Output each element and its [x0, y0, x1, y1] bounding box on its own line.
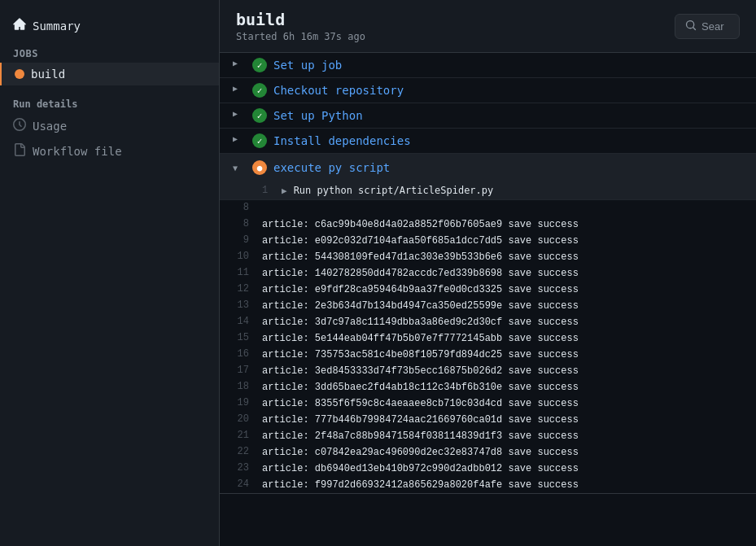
- home-icon: [13, 18, 26, 33]
- build-job-label: build: [31, 68, 65, 81]
- step-label-checkout: Checkout repository: [273, 84, 404, 97]
- step-label-setup-job: Set up job: [273, 59, 342, 72]
- log-row: 10article: 544308109fed47d1ac303e39b533b…: [220, 249, 756, 265]
- log-row: 8article: c6ac99b40e8d4a02a8852f06b7605a…: [220, 216, 756, 233]
- log-lines-container: 8article: c6ac99b40e8d4a02a8852f06b7605a…: [220, 216, 756, 493]
- log-line-content: article: 777b446b79984724aac21669760ca01…: [262, 413, 579, 427]
- log-row: 24article: f997d2d66932412a865629a8020f4…: [220, 477, 756, 493]
- log-line-number: 18: [220, 380, 262, 392]
- log-line-number: 9: [220, 234, 262, 246]
- log-line-number: 23: [220, 461, 262, 474]
- chevron-right-icon-4: ▶: [233, 134, 246, 147]
- summary-label: Summary: [33, 20, 81, 33]
- step-success-icon-4: ✓: [252, 133, 267, 148]
- log-line-number: 20: [220, 413, 262, 425]
- build-title: build: [236, 10, 365, 29]
- usage-label: Usage: [33, 120, 67, 133]
- log-line-content: article: 1402782850dd4782accdc7ed339b869…: [262, 266, 579, 281]
- log-area: 1 ▶ Run python script/ArticleSpider.py 8…: [220, 181, 756, 493]
- log-row: 22article: c07842ea29ac496090d2ec32e8374…: [220, 444, 756, 461]
- log-line-content: article: 2e3b634d7b134bd4947ca350ed25599…: [262, 299, 579, 313]
- run-triangle-icon: ▶: [282, 186, 287, 196]
- step-label-install-deps: Install dependencies: [273, 134, 411, 147]
- log-row: 19article: 8355f6f59c8c4aeaaee8cb710c03d…: [220, 395, 756, 412]
- usage-nav-item[interactable]: Usage: [0, 113, 219, 138]
- log-row: 21article: 2f48a7c88b98471584f038114839d…: [220, 428, 756, 444]
- file-icon: [13, 143, 26, 159]
- log-row-empty: 8: [220, 200, 756, 216]
- main-content: build Started 6h 16m 37s ago Sear ▶ ✓ Se…: [220, 0, 756, 546]
- log-line-number: 19: [220, 396, 262, 408]
- job-status-dot: [15, 69, 24, 79]
- log-row: 16article: 735753ac581c4be08f10579fd894d…: [220, 347, 756, 363]
- run-command-label: Run python script/ArticleSpider.py: [294, 185, 494, 196]
- jobs-section-label: Jobs: [0, 38, 219, 63]
- step-install-deps[interactable]: ▶ ✓ Install dependencies: [220, 129, 756, 154]
- step-running-icon: ●: [252, 160, 267, 175]
- log-row: 11article: 1402782850dd4782accdc7ed339b8…: [220, 265, 756, 282]
- log-row: 18article: 3dd65baec2fd4ab18c112c34bf6b3…: [220, 379, 756, 395]
- search-icon: [685, 20, 697, 33]
- step-label-setup-python: Set up Python: [273, 109, 363, 122]
- log-line-number: 17: [220, 364, 262, 376]
- log-row: 20article: 777b446b79984724aac21669760ca…: [220, 412, 756, 428]
- chevron-down-icon: ▼: [233, 164, 246, 173]
- log-line-number: 12: [220, 282, 262, 295]
- log-row: 15article: 5e144eab04ff47b5b07e7f7772145…: [220, 330, 756, 347]
- log-line-number: 8: [220, 217, 262, 229]
- log-row: 12article: e9fdf28ca959464b9aa37fe0d0cd3…: [220, 282, 756, 298]
- log-row: 23article: db6940ed13eb410b972c990d2adbb…: [220, 461, 756, 477]
- workflow-file-label: Workflow file: [33, 145, 122, 158]
- log-line-content: article: 735753ac581c4be08f10579fd894dc2…: [262, 347, 579, 362]
- log-line-content: article: f997d2d66932412a865629a8020f4af…: [262, 478, 579, 492]
- log-line-content: article: 544308109fed47d1ac303e39b533b6e…: [262, 250, 579, 264]
- log-line-content: article: 3ed8453333d74f73b5ecc16875b026d…: [262, 364, 579, 378]
- run-details-label: Run details: [0, 85, 219, 113]
- log-line-number: 14: [220, 315, 262, 327]
- sidebar: Summary Jobs build Run details Usage Wor…: [0, 0, 220, 546]
- search-label: Sear: [701, 20, 723, 33]
- log-line-number: 22: [220, 445, 262, 457]
- workflow-file-nav-item[interactable]: Workflow file: [0, 138, 219, 164]
- step-setup-job[interactable]: ▶ ✓ Set up job: [220, 53, 756, 78]
- steps-log-area: ▶ ✓ Set up job ▶ ✓ Checkout repository ▶…: [220, 53, 756, 546]
- step-success-icon-3: ✓: [252, 108, 267, 123]
- step-success-icon: ✓: [252, 58, 267, 72]
- step-success-icon-2: ✓: [252, 83, 267, 98]
- chevron-right-icon-3: ▶: [233, 109, 246, 122]
- search-button[interactable]: Sear: [675, 14, 740, 39]
- run-line-num: 1: [262, 185, 275, 196]
- log-line-number: 11: [220, 266, 262, 278]
- log-line-content: article: e9fdf28ca959464b9aa37fe0d0cd332…: [262, 282, 579, 297]
- log-line-number: 15: [220, 331, 262, 343]
- log-line-number: 10: [220, 250, 262, 262]
- log-row: 13article: 2e3b634d7b134bd4947ca350ed255…: [220, 298, 756, 314]
- log-row: 14article: 3d7c97a8c11149dbba3a86ed9c2d3…: [220, 314, 756, 330]
- log-line-number: 16: [220, 347, 262, 360]
- usage-icon: [13, 118, 26, 133]
- step-checkout[interactable]: ▶ ✓ Checkout repository: [220, 78, 756, 103]
- summary-nav-item[interactable]: Summary: [0, 13, 219, 38]
- log-line-content: article: 8355f6f59c8c4aeaaee8cb710c03d4c…: [262, 396, 579, 411]
- log-line-content: article: c6ac99b40e8d4a02a8852f06b7605ae…: [262, 217, 579, 232]
- log-row: 9article: e092c032d7104afaa50f685a1dcc7d…: [220, 233, 756, 249]
- chevron-right-icon: ▶: [233, 59, 246, 72]
- log-line-content: article: c07842ea29ac496090d2ec32e83747d…: [262, 445, 579, 460]
- started-time: Started 6h 16m 37s ago: [236, 31, 365, 42]
- chevron-right-icon-2: ▶: [233, 84, 246, 97]
- step-execute-py: ▼ ● execute py script 1 ▶ Run python scr…: [220, 154, 756, 494]
- log-line-content: article: 2f48a7c88b98471584f038114839d1f…: [262, 429, 579, 443]
- step-setup-python[interactable]: ▶ ✓ Set up Python: [220, 103, 756, 129]
- build-job-item[interactable]: build: [0, 63, 219, 85]
- log-line-number: 24: [220, 478, 262, 490]
- log-line-content: article: db6940ed13eb410b972c990d2adbb01…: [262, 461, 579, 476]
- log-row: 17article: 3ed8453333d74f73b5ecc16875b02…: [220, 363, 756, 379]
- log-line-number: 13: [220, 299, 262, 311]
- log-line-content: article: e092c032d7104afaa50f685a1dcc7dd…: [262, 234, 579, 248]
- execute-step-header[interactable]: ▼ ● execute py script: [220, 154, 756, 181]
- main-header: build Started 6h 16m 37s ago Sear: [220, 0, 756, 53]
- header-info: build Started 6h 16m 37s ago: [236, 10, 365, 42]
- run-command-row[interactable]: 1 ▶ Run python script/ArticleSpider.py: [220, 181, 756, 200]
- log-line-content: article: 5e144eab04ff47b5b07e7f7772145ab…: [262, 331, 579, 346]
- log-line-number: 21: [220, 429, 262, 441]
